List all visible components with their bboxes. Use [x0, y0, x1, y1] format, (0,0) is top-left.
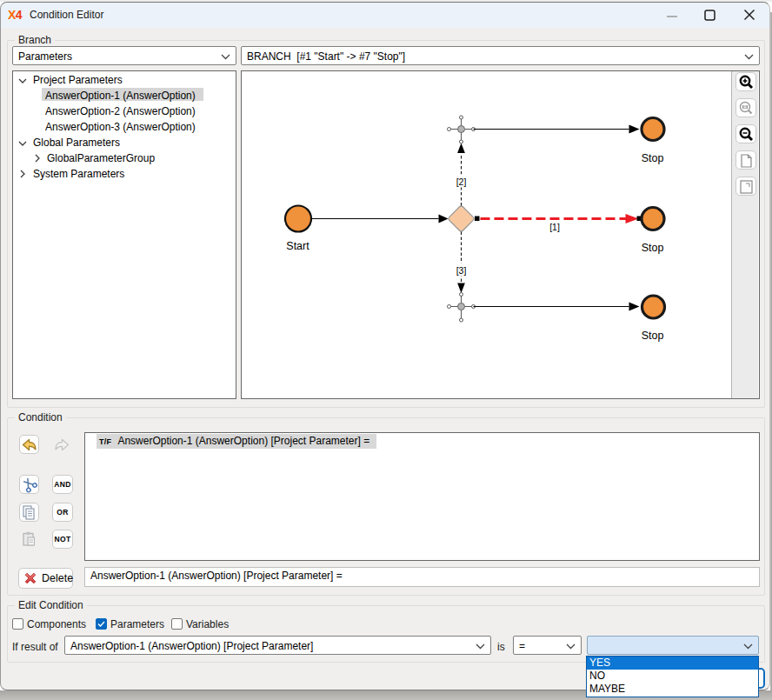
svg-text:Stop: Stop — [642, 152, 664, 164]
svg-text:Stop: Stop — [642, 242, 664, 254]
svg-text:Stop: Stop — [642, 330, 664, 342]
svg-text:[1]: [1] — [549, 222, 560, 232]
svg-text:[3]: [3] — [456, 265, 467, 276]
svg-text:[2]: [2] — [456, 177, 467, 187]
svg-text:Start: Start — [286, 240, 309, 252]
